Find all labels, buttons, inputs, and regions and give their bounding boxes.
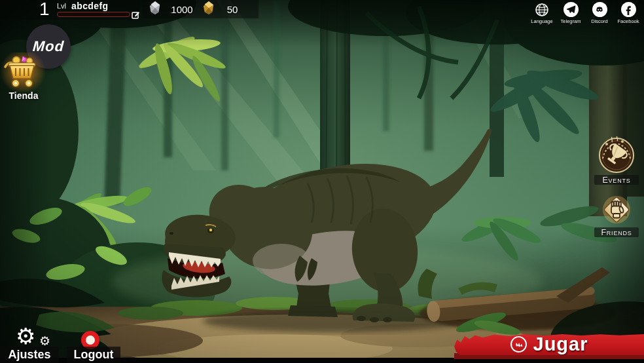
stone-currency-icon [149,1,162,18]
lvl-label: Lvl [57,2,66,10]
discord-button[interactable]: Discord [585,2,614,24]
logout-label: Logout [74,348,114,362]
play-label: Jugar [533,334,588,355]
events-label: Events [602,176,630,185]
gold-amount: 50 [215,4,249,15]
friends-label: Friends [601,228,632,237]
friends-button[interactable]: Friends [594,193,639,237]
settings-button[interactable]: Ajustes [0,347,59,363]
xp-progress-bar [57,12,130,17]
player-panel: 1 Lvl abcdefg [0,0,139,20]
settings-gear-icon[interactable]: ⚙ [16,325,35,347]
events-label-bar: Events [594,175,639,185]
facebook-button[interactable]: Facebook [614,2,643,24]
settings-label: Ajustes [8,348,50,362]
fist-icon [599,193,634,227]
language-button[interactable]: Language [528,2,556,24]
trophy-icon [598,136,635,174]
social-label: Discord [591,18,607,24]
logout-button[interactable]: Logout [67,347,120,363]
social-bar: Language Telegram Discord [528,2,643,24]
gold-currency-icon [202,1,215,18]
jungle-background [0,0,644,363]
social-label: Language [531,18,552,24]
shopping-cart-icon [3,55,39,89]
social-label: Telegram [561,18,581,24]
telegram-button[interactable]: Telegram [556,2,585,24]
shop-label: Tienda [3,90,45,101]
player-name: abcdefg [71,1,108,11]
edit-name-icon[interactable] [132,10,140,18]
discord-icon [592,2,607,17]
facebook-icon [621,2,636,17]
claw-icon [509,334,529,354]
globe-icon [535,2,550,17]
settings-gear-small-icon[interactable]: ⚙ [39,335,50,347]
events-button[interactable]: Events [594,136,639,185]
shop-button[interactable]: Tienda [3,55,45,92]
currency-panel: 1000 50 [142,0,259,18]
stone-amount: 1000 [162,4,202,15]
game-main-menu: 1 Lvl abcdefg 1000 50 [0,0,644,363]
friends-label-bar: Friends [594,227,639,237]
telegram-icon [564,2,579,17]
social-label: Facebook [618,18,639,24]
player-level: 1 [39,0,50,20]
